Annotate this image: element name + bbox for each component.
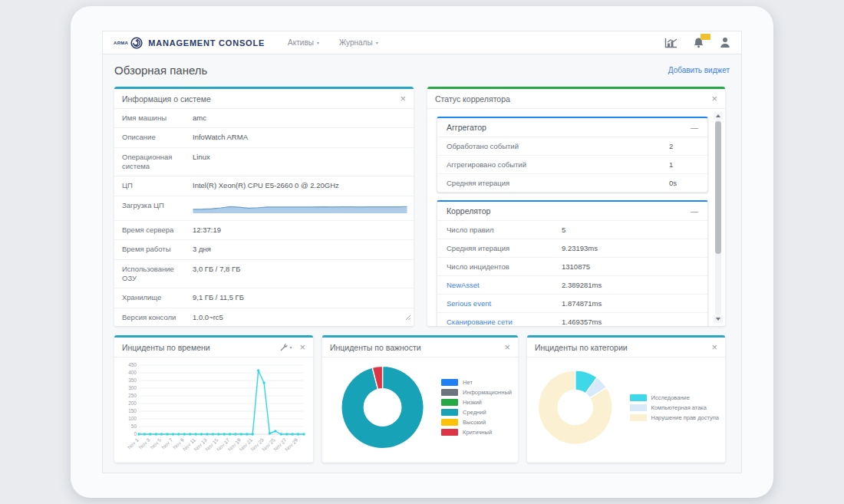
wrench-settings-icon[interactable]: ▾ xyxy=(279,343,292,351)
app-window: ARMA MANAGEMENT CONSOLE Активы▾Журналы▾ xyxy=(102,31,742,473)
legend-label: Нет xyxy=(463,379,473,386)
page-title: Обзорная панель xyxy=(114,64,207,77)
legend-item: Информационный xyxy=(441,389,512,396)
legend-swatch xyxy=(630,394,647,401)
legend-swatch xyxy=(441,429,458,436)
correlator-status-body: Аггрегатор—Обработано событий2Аггрегиров… xyxy=(427,109,725,326)
legend-label: Информационный xyxy=(463,389,512,396)
legend-label: Компьютерная атака xyxy=(651,404,707,411)
scrollbar-track[interactable] xyxy=(715,120,721,315)
close-icon[interactable]: × xyxy=(400,94,406,104)
svg-text:400: 400 xyxy=(128,370,137,375)
system-info-title: Информация о системе xyxy=(122,94,211,104)
svg-text:Nov 5: Nov 5 xyxy=(149,436,162,450)
close-icon[interactable]: × xyxy=(504,342,510,352)
nav-menu-item[interactable]: Журналы▾ xyxy=(339,38,378,47)
row-value: 1.0.0~rc5 xyxy=(193,313,406,322)
legend-swatch xyxy=(630,414,647,421)
scrollbar-thumb[interactable] xyxy=(715,121,721,254)
chevron-down-icon: ▾ xyxy=(317,40,319,45)
svg-text:300: 300 xyxy=(128,385,137,390)
incidents-severity-chart: НетИнформационныйНизкийСреднийВысокийКри… xyxy=(322,357,518,453)
svg-text:200: 200 xyxy=(128,400,137,406)
rule-link[interactable]: Serious event xyxy=(447,299,562,308)
row-label: Имя машины xyxy=(122,114,193,123)
nav-menus: Активы▾Журналы▾ xyxy=(288,38,378,47)
legend-label: Критичный xyxy=(463,429,492,436)
status-card-header: Коррелятор— xyxy=(437,202,707,221)
row-label: Обработано событий xyxy=(447,142,669,150)
legend-item: Нет xyxy=(441,379,512,386)
svg-text:Nov 1: Nov 1 xyxy=(127,436,140,450)
close-icon[interactable]: × xyxy=(711,342,717,352)
legend-swatch xyxy=(441,379,458,386)
system-info-header: Информация о системе × xyxy=(114,89,414,109)
scroll-down-icon[interactable] xyxy=(714,315,723,323)
table-row: Средняя итерация9.23193ms xyxy=(437,239,707,258)
row-value: 3 дня xyxy=(193,245,406,254)
rule-link[interactable]: NewAsset xyxy=(447,281,562,289)
incidents-severity-title: Инциденты по важности xyxy=(330,343,421,352)
row-value: amc xyxy=(193,114,406,123)
row-value: InfoWatch ARMA xyxy=(193,133,406,142)
nav-menu-item[interactable]: Активы▾ xyxy=(288,38,319,47)
legend-label: Высокий xyxy=(463,419,486,426)
legend-label: Исследование xyxy=(651,394,690,401)
row-value: 5 xyxy=(562,226,565,234)
line-chart-svg: 050100150200250300350400450Nov 1Nov 3Nov… xyxy=(119,359,308,460)
table-row: NewAsset2.389281ms xyxy=(437,276,707,295)
close-icon[interactable]: × xyxy=(711,94,717,104)
notifications-bell-icon[interactable] xyxy=(693,37,704,48)
table-row: Время сервера12:37:19 xyxy=(114,221,414,240)
incidents-severity-header: Инциденты по важности × xyxy=(322,338,518,357)
row-label: Версия консоли xyxy=(122,313,193,322)
table-row: Время работы3 дня xyxy=(114,240,414,259)
incidents-time-panel: Инциденты по времени ▾ × 05 xyxy=(114,335,313,463)
system-info-table: Имя машиныamcОписаниеInfoWatch ARMAОпера… xyxy=(114,109,414,326)
row-label: Операционная система xyxy=(122,153,193,172)
table-row: ЦПIntel(R) Xeon(R) CPU E5-2660 0 @ 2.20G… xyxy=(114,176,414,196)
correlator-status-panel: Статус коррелятора × Аггрегатор—Обработа… xyxy=(427,87,725,326)
incidents-category-header: Инциденты по категории × xyxy=(527,338,725,357)
nav-menu-label: Журналы xyxy=(339,38,373,47)
row-label: Использование ОЗУ xyxy=(122,265,193,284)
incidents-category-chart: ИсследованиеКомпьютерная атакаНарушение … xyxy=(527,357,725,453)
category-legend: ИсследованиеКомпьютерная атакаНарушение … xyxy=(630,394,719,421)
logo[interactable]: ARMA MANAGEMENT CONSOLE xyxy=(114,37,265,49)
table-row: ОписаниеInfoWatch ARMA xyxy=(114,128,414,147)
row-value: 1.469357ms xyxy=(562,318,602,326)
legend-swatch xyxy=(441,409,458,416)
legend-item: Средний xyxy=(441,409,512,416)
legend-item: Высокий xyxy=(441,419,512,426)
incidents-severity-panel: Инциденты по важности × НетИнформационны… xyxy=(322,335,518,463)
bottom-grid: Инциденты по времени ▾ × 05 xyxy=(114,335,730,463)
user-profile-icon[interactable] xyxy=(720,37,730,48)
scroll-up-icon[interactable] xyxy=(714,112,723,120)
logo-title: MANAGEMENT CONSOLE xyxy=(148,38,265,48)
logo-arma-text: ARMA xyxy=(114,41,128,45)
resize-handle-icon[interactable] xyxy=(405,310,411,324)
legend-label: Средний xyxy=(463,409,486,416)
row-value: 1.874871ms xyxy=(562,299,602,308)
collapse-minus-icon[interactable]: — xyxy=(691,124,698,132)
table-row: Число инцидентов1310875 xyxy=(437,258,707,276)
reports-chart-icon[interactable] xyxy=(664,38,678,48)
collapse-minus-icon[interactable]: — xyxy=(691,207,698,216)
incidents-time-title: Инциденты по времени xyxy=(122,343,210,352)
scrollbar[interactable] xyxy=(714,112,723,323)
table-row: Версия консоли1.0.0~rc5 xyxy=(114,308,414,326)
legend-swatch xyxy=(441,389,458,396)
close-icon[interactable]: × xyxy=(299,342,305,352)
status-card: Коррелятор—Число правил5Средняя итерация… xyxy=(437,200,708,326)
legend-item: Нарушение прав доступа xyxy=(630,414,719,421)
row-value: 3,0 ГБ / 7,8 ГБ xyxy=(193,265,406,284)
add-widget-link[interactable]: Добавить виджет xyxy=(668,66,730,74)
rule-link[interactable]: Сканирование сети xyxy=(447,318,562,326)
row-label: Средняя итерация xyxy=(447,179,669,187)
row-value: 12:37:19 xyxy=(193,226,406,235)
row-value: 9.23193ms xyxy=(562,244,598,252)
svg-text:Nov 3: Nov 3 xyxy=(138,436,151,450)
status-card-title: Аггрегатор xyxy=(447,123,486,132)
row-value: 2.389281ms xyxy=(562,281,602,289)
status-card-header: Аггрегатор— xyxy=(437,118,707,137)
